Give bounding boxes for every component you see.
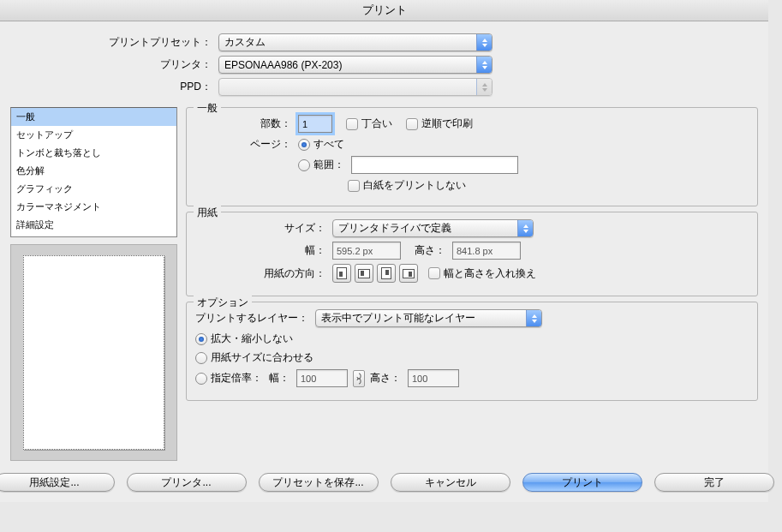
paper-fieldset: 用紙 サイズ： プリンタドライバで定義 幅： 高さ： [186,212,758,296]
pages-range-label: 範囲： [313,158,344,172]
printer-value: EPSONAAA986 (PX-203) [224,59,342,71]
settings-listbox[interactable]: 一般 セットアップ トンボと裁ち落とし 色分解 グラフィック カラーマネジメント… [10,107,177,237]
select-arrows-icon [476,34,492,51]
pages-all-radio[interactable] [298,139,310,151]
pages-range-radio[interactable] [298,159,310,171]
paper-legend: 用紙 [194,206,221,220]
transverse-label: 幅と高さを入れ換え [444,266,536,281]
paper-height-label: 高さ： [415,243,445,258]
list-item-setup[interactable]: セットアップ [11,126,176,144]
link-icon[interactable] [353,370,365,387]
save-preset-button[interactable]: プリセットを保存... [259,473,379,492]
list-item-advanced[interactable]: 詳細設定 [11,216,176,234]
options-fieldset: オプション プリントするレイヤー： 表示中でプリント可能なレイヤー 拡大・縮小し… [186,302,758,401]
list-item-output[interactable]: 色分解 [11,162,176,180]
layers-label: プリントするレイヤー： [195,311,308,326]
select-arrows-icon [526,310,541,326]
orient-rev-landscape-button[interactable] [399,264,418,283]
reverse-checkbox[interactable] [406,118,418,130]
skip-blank-checkbox[interactable] [348,180,360,192]
pages-label: ページ： [195,137,298,152]
page-setup-button[interactable]: 用紙設定... [0,473,115,492]
list-item-marks[interactable]: トンボと裁ち落とし [11,144,176,162]
orient-landscape-button[interactable] [355,264,373,283]
print-dialog: プリントプリセット： カスタム プリンタ： EPSONAAA986 (PX-20… [0,21,768,502]
printer-label: プリンタ： [0,57,218,72]
general-legend: 一般 [194,101,221,116]
ppd-label: PPD： [0,80,218,94]
scale-none-radio[interactable] [195,333,207,345]
general-fieldset: 一般 部数： 丁合い 逆順で印刷 ページ： すべて [186,107,758,206]
transverse-checkbox[interactable] [428,267,440,279]
top-selects: プリントプリセット： カスタム プリンタ： EPSONAAA986 (PX-20… [0,21,768,107]
preset-label: プリントプリセット： [0,35,218,50]
select-arrows-icon [476,57,492,73]
options-legend: オプション [194,296,252,310]
copies-label: 部数： [195,117,298,131]
scale-h-label: 高さ： [370,371,401,386]
select-arrows-icon [476,79,492,95]
collate-label: 丁合い [361,117,392,131]
list-item-general[interactable]: 一般 [11,108,176,126]
paper-size-select[interactable]: プリンタドライバで定義 [332,219,534,237]
scale-custom-radio[interactable] [195,373,207,385]
printer-button[interactable]: プリンタ... [127,473,247,492]
orientation-label: 用紙の方向： [195,266,332,281]
preview-pane [10,244,177,461]
copies-input[interactable] [298,115,332,133]
cancel-button[interactable]: キャンセル [391,473,510,492]
layers-value: 表示中でプリント可能なレイヤー [321,311,475,326]
button-bar: 用紙設定... プリンタ... プリセットを保存... キャンセル プリント 完… [0,469,768,502]
scale-w-input[interactable] [296,369,348,387]
select-arrows-icon [517,220,533,236]
scale-w-label: 幅： [269,371,290,386]
scale-none-label: 拡大・縮小しない [211,332,293,346]
done-button[interactable]: 完了 [654,473,774,492]
layers-select[interactable]: 表示中でプリント可能なレイヤー [315,309,542,327]
paper-width-input [332,242,401,260]
scale-fit-radio[interactable] [195,352,207,364]
pages-range-input[interactable] [351,156,518,174]
list-item-graphics[interactable]: グラフィック [11,180,176,198]
reverse-label: 逆順で印刷 [421,117,473,131]
scale-h-input[interactable] [408,369,459,387]
print-button[interactable]: プリント [522,473,642,492]
preset-value: カスタム [224,35,266,50]
paper-size-label: サイズ： [195,221,332,236]
list-item-summary[interactable]: 設定内容 [11,234,176,237]
scale-fit-label: 用紙サイズに合わせる [211,350,313,365]
scale-custom-label: 指定倍率： [211,371,262,386]
printer-select[interactable]: EPSONAAA986 (PX-203) [218,56,492,74]
paper-height-input [452,242,521,260]
skip-blank-label: 白紙をプリントしない [363,178,466,193]
window-title: プリント [0,0,768,21]
orient-portrait-button[interactable] [332,264,351,283]
pages-all-label: すべて [313,137,344,152]
ppd-select[interactable] [218,78,492,96]
paper-width-label: 幅： [195,243,332,258]
preset-select[interactable]: カスタム [218,33,492,51]
preview-page [23,255,164,450]
paper-size-value: プリンタドライバで定義 [338,221,451,236]
list-item-colormgmt[interactable]: カラーマネジメント [11,198,176,216]
collate-checkbox[interactable] [346,118,358,130]
orient-rev-portrait-button[interactable] [377,264,396,283]
